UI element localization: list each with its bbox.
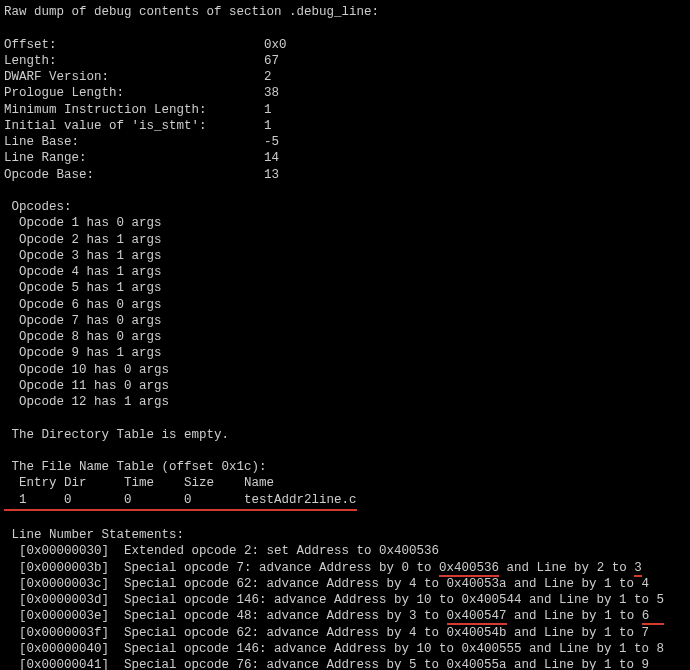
stmt-offset: [0x00000041] — [4, 658, 124, 670]
field-value: 2 — [264, 69, 272, 85]
header-field: Minimum Instruction Length:1 — [4, 102, 686, 118]
stmt-line: [0x00000041] Special opcode 76: advance … — [4, 657, 686, 670]
field-label: DWARF Version: — [4, 69, 264, 85]
highlight-address: 0x400536 — [439, 561, 499, 577]
dump-header: Raw dump of debug contents of section .d… — [4, 4, 686, 20]
opcode-line: Opcode 10 has 0 args — [4, 362, 686, 378]
opcode-line: Opcode 7 has 0 args — [4, 313, 686, 329]
header-field: Line Base:-5 — [4, 134, 686, 150]
header-field: Offset:0x0 — [4, 37, 686, 53]
opcode-line: Opcode 12 has 1 args — [4, 394, 686, 410]
stmt-text: Special opcode 146: advance Address by 1… — [124, 642, 664, 656]
highlight-line: 3 — [634, 561, 642, 577]
field-label: Minimum Instruction Length: — [4, 102, 264, 118]
blank-line — [4, 511, 686, 527]
opcode-line: Opcode 2 has 1 args — [4, 232, 686, 248]
field-value: 1 — [264, 118, 272, 134]
stmt-text: Special opcode 7: advance Address by 0 t… — [124, 561, 439, 575]
field-value: 14 — [264, 150, 279, 166]
stmt-offset: [0x00000030] — [4, 544, 124, 558]
blank-line — [4, 20, 686, 36]
file-table-row: 1 0 0 0 testAddr2line.c — [4, 492, 686, 511]
stmt-offset: [0x0000003c] — [4, 577, 124, 591]
blank-line — [4, 443, 686, 459]
opcode-line: Opcode 5 has 1 args — [4, 280, 686, 296]
stmt-offset: [0x0000003f] — [4, 626, 124, 640]
stmt-offset: [0x0000003d] — [4, 593, 124, 607]
header-field: Opcode Base:13 — [4, 167, 686, 183]
stmt-text: Special opcode 146: advance Address by 1… — [124, 593, 664, 607]
highlight-address: 0x400547 — [447, 609, 507, 625]
blank-line — [4, 410, 686, 426]
field-label: Line Range: — [4, 150, 264, 166]
field-label: Initial value of 'is_stmt': — [4, 118, 264, 134]
field-label: Prologue Length: — [4, 85, 264, 101]
stmt-text: and Line by 2 to — [499, 561, 634, 575]
opcode-line: Opcode 4 has 1 args — [4, 264, 686, 280]
file-table-header: The File Name Table (offset 0x1c): — [4, 459, 686, 475]
highlight-line: 6 — [642, 609, 665, 625]
stmt-offset: [0x0000003b] — [4, 561, 124, 575]
opcodes-header: Opcodes: — [4, 199, 686, 215]
blank-line — [4, 183, 686, 199]
stmt-line: [0x0000003c] Special opcode 62: advance … — [4, 576, 686, 592]
stmt-text: Special opcode 62: advance Address by 4 … — [124, 577, 649, 591]
stmt-line: [0x00000030] Extended opcode 2: set Addr… — [4, 543, 686, 559]
stmt-text: and Line by 1 to — [507, 609, 642, 623]
stmt-line: [0x0000003b] Special opcode 7: advance A… — [4, 560, 686, 576]
field-label: Line Base: — [4, 134, 264, 150]
stmt-offset: [0x00000040] — [4, 642, 124, 656]
field-value: 0x0 — [264, 37, 287, 53]
opcode-line: Opcode 8 has 0 args — [4, 329, 686, 345]
stmt-text: Special opcode 62: advance Address by 4 … — [124, 626, 649, 640]
field-value: 1 — [264, 102, 272, 118]
field-label: Offset: — [4, 37, 264, 53]
header-field: Initial value of 'is_stmt':1 — [4, 118, 686, 134]
opcode-line: Opcode 3 has 1 args — [4, 248, 686, 264]
opcode-line: Opcode 1 has 0 args — [4, 215, 686, 231]
opcode-line: Opcode 9 has 1 args — [4, 345, 686, 361]
field-value: 13 — [264, 167, 279, 183]
stmt-line: [0x0000003d] Special opcode 146: advance… — [4, 592, 686, 608]
stmt-line: [0x0000003f] Special opcode 62: advance … — [4, 625, 686, 641]
field-value: 38 — [264, 85, 279, 101]
stmt-text: Extended opcode 2: set Address to 0x4005… — [124, 544, 439, 558]
field-label: Opcode Base: — [4, 167, 264, 183]
opcode-line: Opcode 11 has 0 args — [4, 378, 686, 394]
file-table-columns: Entry Dir Time Size Name — [4, 475, 686, 491]
header-field: Prologue Length:38 — [4, 85, 686, 101]
stmt-offset: [0x0000003e] — [4, 609, 124, 623]
field-value: 67 — [264, 53, 279, 69]
header-field: DWARF Version:2 — [4, 69, 686, 85]
header-field: Length:67 — [4, 53, 686, 69]
stmt-line: [0x0000003e] Special opcode 48: advance … — [4, 608, 686, 624]
opcode-line: Opcode 6 has 0 args — [4, 297, 686, 313]
stmt-text: Special opcode 48: advance Address by 3 … — [124, 609, 447, 623]
stmt-line: [0x00000040] Special opcode 146: advance… — [4, 641, 686, 657]
stmts-header: Line Number Statements: — [4, 527, 686, 543]
dir-table: The Directory Table is empty. — [4, 427, 686, 443]
header-field: Line Range:14 — [4, 150, 686, 166]
field-label: Length: — [4, 53, 264, 69]
stmt-text: Special opcode 76: advance Address by 5 … — [124, 658, 649, 670]
field-value: -5 — [264, 134, 279, 150]
